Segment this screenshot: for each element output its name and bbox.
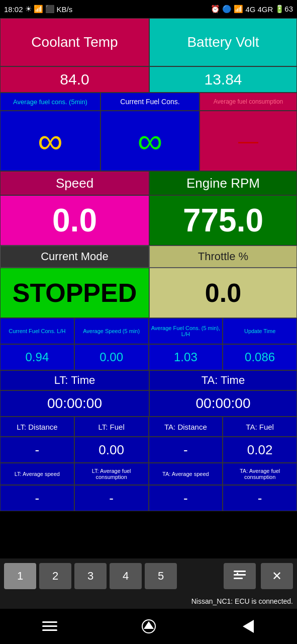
rpm-label: Engine RPM	[149, 171, 297, 195]
back-icon	[242, 619, 254, 634]
row-lt-ta-labels: LT: Time TA: Time	[0, 370, 297, 390]
connection-status-text: Nissan_NC1: ECU is connected.	[191, 597, 293, 605]
current-mode-value: STOPPED	[0, 268, 149, 318]
row-speed-rpm-labels: Speed Engine RPM	[0, 171, 297, 195]
ta-distance-label: TA: Distance	[149, 417, 223, 437]
svg-marker-8	[144, 621, 154, 629]
lt-distance-label: LT: Distance	[0, 417, 74, 437]
svg-rect-2	[234, 578, 243, 579]
stat4-value: 0.086	[223, 344, 297, 370]
tab-1-button[interactable]: 1	[4, 563, 36, 589]
curr-fuel-label: Current Fuel Cons.	[101, 93, 200, 111]
row-fuel-labels: Average fuel cons. (5min) Current Fuel C…	[0, 93, 297, 111]
ta-fuel-label: TA: Fuel	[223, 417, 297, 437]
rpm-value: 775.0	[149, 195, 297, 246]
lt-avg-fuel-label: LT: Average fuel consumption	[74, 463, 149, 485]
ta-time-label: TA: Time	[149, 370, 297, 390]
tab-2-button[interactable]: 2	[39, 563, 71, 589]
svg-rect-3	[237, 573, 238, 574]
throttle-label: Throttle %	[149, 246, 297, 268]
row-avg-values: - - - -	[0, 485, 297, 511]
row-sensor-values: 84.0 13.84	[0, 66, 297, 93]
lt-avg-speed-label: LT: Average speed	[0, 463, 74, 485]
tab-5-button[interactable]: 5	[145, 563, 177, 589]
battery-volt-label: Battery Volt	[149, 18, 297, 66]
stat1-value: 0.94	[0, 344, 74, 370]
status-bar: 18:02 ☀ 📶 ⬛ KB/s ⏰ 🔵 📶 4G 4GR 🔋63	[0, 0, 297, 18]
svg-rect-4	[42, 621, 57, 623]
tab-4-button[interactable]: 4	[110, 563, 142, 589]
battery-volt-value: 13.84	[149, 66, 297, 93]
status-icons: ⏰ 🔵 📶 4G 4GR 🔋63	[211, 5, 293, 14]
coolant-temp-value: 84.0	[0, 66, 149, 93]
row-speed-rpm-values: 0.0 775.0	[0, 195, 297, 246]
ta-distance-value: -	[149, 437, 223, 463]
svg-rect-0	[234, 571, 246, 572]
nav-back-button[interactable]	[233, 611, 263, 641]
current-mode-label: Current Mode	[0, 246, 149, 268]
row-stats-values: 0.94 0.00 1.03 0.086	[0, 344, 297, 370]
avg-fuel-label: Average fuel cons. (5min)	[0, 93, 101, 111]
row-fuel-values: ∞ ∞ —	[0, 111, 297, 171]
lt-avg-speed-value: -	[0, 485, 74, 511]
tab-3-button[interactable]: 3	[74, 563, 107, 589]
ta-time-value: 00:00:00	[149, 390, 297, 417]
avg-fuel-value: ∞	[0, 111, 101, 171]
stat3-value: 1.03	[149, 344, 223, 370]
stat3-label: Average Fuel Cons. (5 min), L/H	[149, 318, 223, 344]
nav-bar	[0, 609, 297, 644]
ta-avg-fuel-value: -	[223, 485, 297, 511]
stat4-label: Update Time	[223, 318, 297, 344]
avg-fuel-cons-label: Average fuel consumption	[200, 93, 297, 111]
stat2-value: 0.00	[74, 344, 149, 370]
ta-avg-speed-value: -	[149, 485, 223, 511]
ta-avg-speed-label: TA: Average speed	[149, 463, 223, 485]
throttle-value: 0.0	[149, 268, 297, 318]
row-dist-fuel-labels: LT: Distance LT: Fuel TA: Distance TA: F…	[0, 417, 297, 437]
close-button[interactable]: ✕	[261, 563, 293, 589]
lt-distance-value: -	[0, 437, 74, 463]
svg-rect-1	[234, 574, 246, 576]
bottom-toolbar: 1 2 3 4 5 ✕	[0, 558, 297, 594]
lt-fuel-label: LT: Fuel	[74, 417, 149, 437]
svg-rect-6	[42, 629, 57, 631]
row-stats-labels: Current Fuel Cons. L/H Average Speed (5 …	[0, 318, 297, 344]
nav-home-button[interactable]	[134, 611, 164, 641]
stat1-label: Current Fuel Cons. L/H	[0, 318, 74, 344]
coolant-temp-label: Coolant Temp	[0, 18, 149, 66]
svg-rect-5	[42, 625, 57, 627]
main-content: Coolant Temp Battery Volt 84.0 13.84 Ave…	[0, 18, 297, 558]
lt-avg-fuel-value: -	[74, 485, 149, 511]
avg-fuel-cons-value: —	[200, 111, 297, 171]
ta-avg-fuel-label: TA: Average fuel consumption	[223, 463, 297, 485]
curr-fuel-value: ∞	[101, 111, 200, 171]
lt-time-value: 00:00:00	[0, 390, 149, 417]
speed-value: 0.0	[0, 195, 149, 246]
row-sensor-labels: Coolant Temp Battery Volt	[0, 18, 297, 66]
nav-menu-button[interactable]	[35, 611, 65, 641]
status-time: 18:02 ☀ 📶 ⬛ KB/s	[4, 5, 72, 14]
speed-label: Speed	[0, 171, 149, 195]
hamburger-icon	[42, 620, 57, 632]
row-mode-throttle-values: STOPPED 0.0	[0, 268, 297, 318]
home-icon	[141, 619, 156, 634]
row-mode-throttle-labels: Current Mode Throttle %	[0, 246, 297, 268]
connection-status-bar: Nissan_NC1: ECU is connected.	[0, 594, 297, 609]
row-dist-fuel-values: - 0.00 - 0.02	[0, 437, 297, 463]
tab-list-button[interactable]	[224, 563, 256, 589]
stat2-label: Average Speed (5 min)	[74, 318, 149, 344]
ta-fuel-value: 0.02	[223, 437, 297, 463]
list-icon	[233, 569, 247, 583]
lt-fuel-value: 0.00	[74, 437, 149, 463]
lt-time-label: LT: Time	[0, 370, 149, 390]
row-lt-ta-values: 00:00:00 00:00:00	[0, 390, 297, 417]
svg-marker-9	[243, 620, 254, 633]
row-avg-labels: LT: Average speed LT: Average fuel consu…	[0, 463, 297, 485]
